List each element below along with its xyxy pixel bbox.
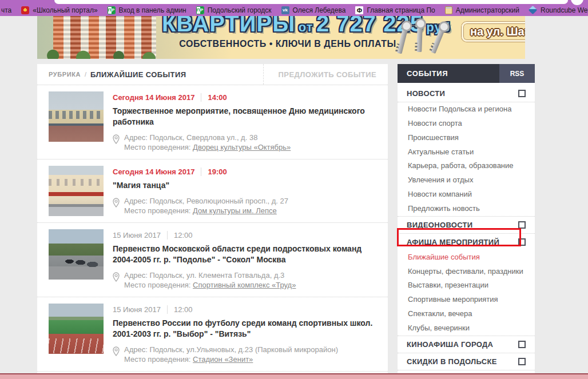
banner-subtitle: СОБСТВЕННОСТЬ • КЛЮЧИ В ДЕНЬ ОПЛАТЫ [168, 39, 408, 49]
event-title-link[interactable]: Торжественное мероприятие, посвященное Д… [113, 106, 376, 127]
pr-logo-icon: ПР [196, 6, 204, 14]
event-date: Сегодня 14 Июня 2017 [113, 167, 194, 176]
event-dateline: 15 Июня 201712:00 [113, 305, 376, 314]
event-dateline: 15 Июня 201712:00 [113, 231, 376, 240]
crest-icon [21, 6, 29, 14]
screen: ▾ ☆ чта «Школьный портал» ПРВход в панел… [0, 0, 588, 379]
event-date: 15 Июня 2017 [113, 305, 161, 314]
venue-link[interactable]: Дом культуры им. Лепсе [193, 206, 277, 215]
bookmarks-list: чта «Школьный портал» ПРВход в панель ад… [0, 4, 588, 16]
sidebar-section-afisha[interactable]: АФИША МЕРОПРИЯТИЙ [398, 233, 535, 250]
sidebar-item[interactable]: Спектакли, вечера [398, 307, 535, 321]
sidebar-section-videonews[interactable]: ВИДЕОНОВОСТИ [398, 216, 535, 233]
sidebar-item[interactable]: Карьера, работа, образование [398, 159, 535, 173]
section-toggle-icon[interactable] [518, 358, 526, 365]
event-time: 12:00 [174, 231, 193, 240]
sidebar-item-concerts[interactable]: Концерты, фестивали, праздники [398, 265, 535, 279]
event-thumbnail[interactable] [49, 304, 104, 354]
bookmark-label: Подольский городск [208, 6, 272, 14]
bookmark-item[interactable]: «Школьный портал» [21, 6, 97, 14]
bookmark-label: Вход в панель админ [119, 6, 186, 14]
date-time-divider [201, 93, 201, 102]
event-row: Сегодня 14 Июня 201714:00 Торжественное … [37, 85, 388, 159]
sidebar-item-upcoming-events[interactable]: Ближайшие события [398, 250, 535, 265]
sidebar-item[interactable]: Актуальные статьи [398, 145, 535, 159]
section-toggle-icon[interactable] [518, 341, 526, 348]
events-list-panel: РУБРИКА / БЛИЖАЙШИЕ СОБЫТИЯ ПРЕДЛОЖИТЬ С… [37, 64, 388, 379]
sidebar-section-cinema[interactable]: КИНОАФИША ГОРОДА [398, 336, 535, 353]
section-toggle-icon[interactable] [518, 238, 526, 246]
sidebar-item[interactable]: Новости компаний [398, 187, 535, 202]
sidebar-section-discounts[interactable]: СКИДКИ В ПОДОЛЬСКЕ [398, 353, 535, 370]
sidebar-item[interactable]: Спортивные мероприятия [398, 293, 535, 307]
banner-title-word: КВАРТИРЫ [162, 16, 295, 36]
event-time: 12:00 [174, 305, 193, 314]
browser-bookmarks-bar: ▾ ☆ чта «Школьный портал» ПРВход в панел… [0, 0, 588, 16]
trees-image [37, 47, 169, 59]
venue-link[interactable]: Спортивный комплекс «Труд» [193, 281, 296, 289]
address-bar[interactable]: ▾ ☆ [54, 0, 568, 4]
event-date: Сегодня 14 Июня 2017 [113, 93, 194, 102]
date-time-divider [167, 305, 168, 314]
sidebar-item[interactable]: Клубы, вечеринки [398, 321, 535, 336]
rss-button[interactable]: RSS [499, 64, 535, 83]
sidebar-header: СОБЫТИЯ RSS [398, 64, 535, 83]
event-thumbnail[interactable] [49, 229, 104, 280]
event-time: 14:00 [208, 93, 227, 102]
sidebar-item[interactable]: Увлечения и отдых [398, 173, 535, 187]
bookmark-item[interactable]: Roundcube Webma [529, 6, 588, 14]
vk-icon: vk [281, 6, 289, 14]
venue-prefix: Место проведения: [124, 355, 190, 364]
breadcrumb: РУБРИКА / БЛИЖАЙШИЕ СОБЫТИЯ ПРЕДЛОЖИТЬ С… [37, 64, 388, 85]
section-toggle-icon[interactable] [518, 90, 526, 97]
event-date: 15 Июня 2017 [113, 231, 161, 240]
bookmark-label: «Школьный портал» [33, 6, 97, 14]
event-thumbnail[interactable] [49, 91, 104, 142]
bottom-banner-edge [0, 373, 588, 379]
section-toggle-icon[interactable] [518, 221, 526, 229]
bookmark-label: Roundcube Webma [541, 6, 588, 14]
f-logo-icon: Ф [355, 6, 363, 14]
venue-link[interactable]: Стадион «Зенит» [193, 355, 253, 364]
sidebar-item[interactable]: Выставки, презентации [398, 278, 535, 293]
ad-banner[interactable]: КВАРТИРЫ от 2 727 225 руб СОБСТВЕННОСТЬ … [37, 16, 525, 59]
location-pin-icon [113, 272, 120, 282]
date-time-divider [167, 231, 168, 240]
event-row: 15 Июня 201712:00 Первенство Московской … [37, 223, 388, 297]
event-title-link[interactable]: Первенство Московской области среди подр… [113, 244, 376, 265]
event-title-link[interactable]: "Магия танца" [113, 180, 376, 191]
sidebar-menu: НОВОСТИ Новости Подольска и региона Ново… [398, 83, 535, 379]
sidebar-item[interactable]: Предложить новость [398, 202, 535, 216]
event-title-link[interactable]: Первенство России по футболу среди коман… [113, 318, 376, 340]
event-address: Адрес: Подольск, Свердлова ул., д. 38 [124, 133, 291, 143]
bookmark-item[interactable]: ПРПодольский городск [196, 6, 272, 14]
pr-logo-icon: ПР [108, 6, 116, 14]
banner-price-from: от [299, 20, 313, 34]
sidebar-item[interactable]: Новости Подольска и региона [398, 102, 535, 117]
venue-prefix: Место проведения: [124, 206, 190, 215]
sidebar: СОБЫТИЯ RSS НОВОСТИ Новости Подольска и … [398, 64, 535, 379]
event-dateline: Сегодня 14 Июня 201714:00 [113, 93, 376, 102]
clipboard-icon [445, 6, 452, 14]
breadcrumb-current: БЛИЖАЙШИЕ СОБЫТИЯ [90, 70, 186, 79]
event-row: 15 Июня 201712:00 Первенство России по ф… [37, 297, 388, 372]
bookmark-item[interactable]: Администраторский [445, 6, 519, 14]
bookmark-item[interactable]: чта [1, 6, 11, 14]
sidebar-item[interactable]: Новости спорта [398, 117, 535, 131]
sidebar-section-news[interactable]: НОВОСТИ [398, 85, 535, 102]
event-dateline: Сегодня 14 Июня 201719:00 [113, 167, 376, 176]
bookmark-item[interactable]: vkОлеся Лебедева [281, 6, 346, 14]
event-thumbnail[interactable] [49, 166, 104, 216]
bookmark-label: Олеся Лебедева [293, 6, 346, 14]
bookmark-label: Главная страница По [367, 6, 435, 14]
bookmark-item[interactable]: ФГлавная страница По [355, 6, 435, 14]
breadcrumb-separator: / [85, 71, 86, 78]
venue-prefix: Место проведения: [124, 281, 190, 289]
suggest-event-button[interactable]: ПРЕДЛОЖИТЬ СОБЫТИЕ [263, 64, 376, 85]
sidebar-item[interactable]: Происшествия [398, 131, 535, 145]
bookmark-item[interactable]: ПРВход в панель админ [108, 6, 186, 14]
venue-link[interactable]: Дворец культуры «Октябрь» [193, 143, 291, 151]
location-pin-icon [113, 134, 120, 144]
breadcrumb-section[interactable]: РУБРИКА [49, 71, 81, 78]
event-time: 19:00 [208, 167, 227, 176]
